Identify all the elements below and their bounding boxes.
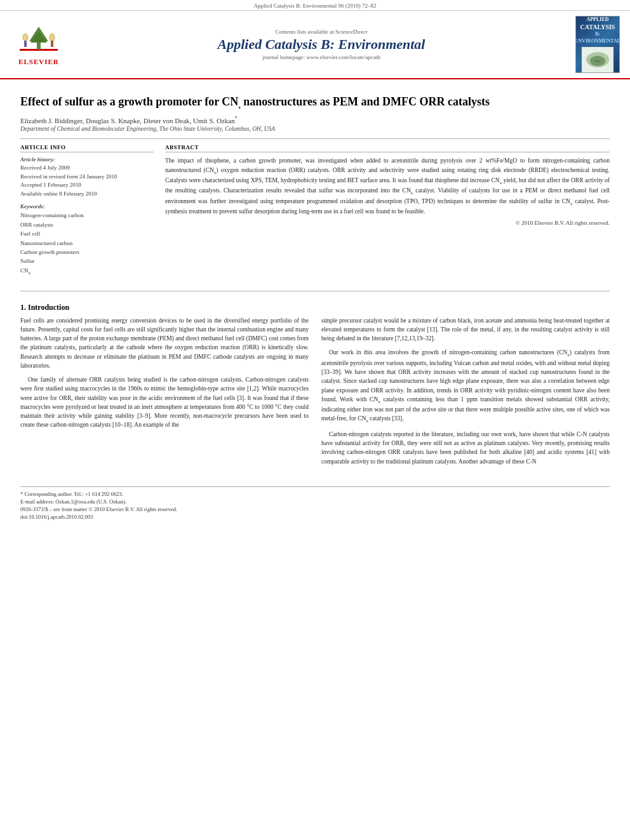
article-body: Effect of sulfur as a growth promoter fo… [0, 79, 630, 534]
issn-line: 0926-3373/$ – see front matter © 2010 El… [20, 506, 610, 512]
doi-line: doi:10.1016/j.apcatb.2010.02.003 [20, 514, 610, 520]
article-info-label: ARTICLE INFO [20, 144, 154, 152]
journal-header: ELSEVIER Contents lists available at Sci… [0, 11, 630, 79]
journal-homepage: journal homepage: www.elsevier.com/locat… [67, 54, 575, 60]
available-date: Available online 8 February 2010 [20, 190, 154, 199]
abstract-col: ABSTRACT The impact of thiophene, a carb… [165, 144, 610, 281]
intro-para-2: One family of alternate ORR catalysts be… [20, 375, 309, 430]
header-divider [20, 138, 610, 139]
article-title: Effect of sulfur as a growth promoter fo… [20, 95, 610, 110]
introduction-section: 1. Introduction Fuel cells are considere… [20, 303, 610, 471]
corresponding-author-note: * Corresponding author. Tel.: +1 614 292… [20, 491, 610, 497]
intro-text-columns: Fuel cells are considered promising ener… [20, 316, 610, 471]
received-revised-date: Received in revised form 24 January 2010 [20, 173, 154, 182]
info-abstract-section: ARTICLE INFO Article history: Received 4… [20, 144, 610, 281]
intro-para-4: Our work in this area involves the growt… [321, 348, 610, 424]
section-title: 1. Introduction [20, 303, 610, 312]
accepted-date: Accepted 1 February 2010 [20, 181, 154, 190]
authors: Elizabeth J. Biddinger, Douglas S. Knapk… [20, 116, 610, 124]
svg-point-4 [23, 34, 28, 41]
journal-cover-image: APPLIED CATALYSIS B: ENVIRONMENTAL CNx [575, 16, 620, 73]
keyword-7: CNx [20, 266, 154, 277]
journal-center-header: Contents lists available at ScienceDirec… [67, 29, 575, 60]
intro-para-3: simple precursor catalyst would be a mix… [321, 316, 610, 343]
intro-left-col: Fuel cells are considered promising ener… [20, 316, 309, 471]
affiliation: Department of Chemical and Biomolecular … [20, 126, 610, 132]
keywords-list: Nitrogen-containing carbon ORR catalysts… [20, 211, 154, 276]
svg-rect-7 [51, 41, 53, 47]
history-label: Article history: [20, 156, 154, 163]
sciencedirect-link: Contents lists available at ScienceDirec… [67, 29, 575, 35]
keywords-label: Keywords: [20, 203, 154, 210]
cover-title: APPLIED CATALYSIS B: ENVIRONMENTAL [575, 17, 620, 44]
keywords-section: Keywords: Nitrogen-containing carbon ORR… [20, 203, 154, 276]
keyword-5: Carbon growth promoters [20, 248, 154, 257]
copyright-notice: © 2010 Elsevier B.V. All rights reserved… [165, 220, 610, 226]
elsevier-tree-icon [17, 23, 61, 57]
keyword-6: Sulfur [20, 257, 154, 265]
intro-para-5: Carbon-nitrogen catalysts reported in th… [321, 430, 610, 466]
elsevier-logo: ELSEVIER [10, 23, 67, 65]
journal-info-bar: Applied Catalysis B: Environmental 96 (2… [0, 0, 630, 11]
email-note: E-mail address: Ozkan.1@osu.edu (U.S. Oz… [20, 498, 610, 505]
section-heading: Introduction [28, 303, 69, 312]
received-date: Received 4 July 2009 [20, 164, 154, 173]
article-info-col: ARTICLE INFO Article history: Received 4… [20, 144, 154, 281]
article-footer: * Corresponding author. Tel.: +1 614 292… [20, 486, 610, 520]
abstract-label: ABSTRACT [165, 144, 610, 152]
cover-photo: CNx [582, 47, 613, 72]
elsevier-wordmark: ELSEVIER [18, 58, 59, 65]
section-number: 1. [20, 303, 26, 312]
keyword-4: Nanostructured carbon [20, 239, 154, 248]
abstract-text: The impact of thiophene, a carbon growth… [165, 156, 610, 216]
section-divider [20, 291, 610, 291]
svg-rect-5 [24, 41, 27, 47]
article-history: Article history: Received 4 July 2009 Re… [20, 156, 154, 198]
keyword-1: Nitrogen-containing carbon [20, 211, 154, 220]
journal-title: Applied Catalysis B: Environmental [67, 36, 575, 53]
intro-para-1: Fuel cells are considered promising ener… [20, 316, 309, 371]
intro-right-col: simple precursor catalyst would be a mix… [321, 316, 610, 471]
keyword-2: ORR catalysts [20, 220, 154, 229]
svg-point-6 [50, 34, 55, 41]
journal-citation: Applied Catalysis B: Environmental 96 (2… [254, 3, 377, 9]
svg-text:CNx: CNx [594, 60, 601, 63]
keyword-3: Fuel cell [20, 229, 154, 238]
